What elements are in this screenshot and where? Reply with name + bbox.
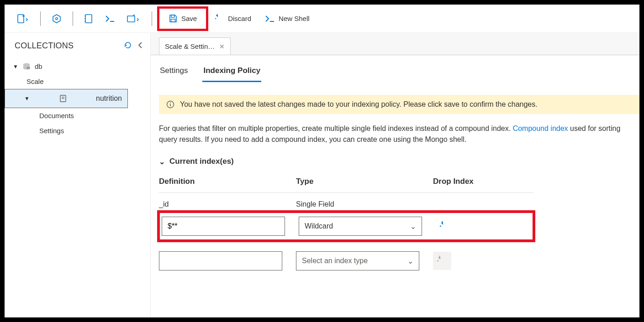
indexing-description: For queries that filter on multiple prop… — [159, 123, 639, 145]
table-header: Definition Type Drop Index — [159, 177, 533, 193]
definition-input[interactable] — [159, 251, 282, 270]
toolbar-separator — [152, 11, 152, 26]
unsaved-changes-banner: You have not saved the latest changes ma… — [159, 95, 639, 114]
tab-pane: Settings Indexing Policy You have not sa… — [151, 55, 639, 317]
shell-prompt-button[interactable] — [101, 12, 119, 26]
collapse-sidebar-button[interactable] — [135, 40, 146, 52]
undo-icon — [437, 256, 447, 266]
subtab-indexing-policy[interactable]: Indexing Policy — [202, 63, 261, 82]
toolbar-separator — [40, 11, 41, 26]
svg-rect-5 — [85, 15, 92, 23]
sql-query-button[interactable] — [48, 11, 65, 26]
document-tabstrip: Scale & Settin… ✕ — [151, 33, 639, 55]
documents-label: Documents — [39, 112, 74, 119]
chevron-down-icon: ⌄ — [407, 257, 413, 265]
scale-label: Scale — [26, 78, 44, 85]
document-tab[interactable]: Scale & Settin… ✕ — [159, 37, 231, 55]
subtab-strip: Settings Indexing Policy — [159, 63, 639, 82]
collection-label: nutrition — [96, 94, 122, 103]
col-header-drop: Drop Index — [433, 177, 533, 186]
table-row-highlighted: Wildcard ⌄ — [159, 212, 533, 240]
definition-input[interactable] — [162, 217, 285, 236]
save-button[interactable]: Save — [159, 9, 206, 29]
subtab-settings[interactable]: Settings — [159, 63, 189, 82]
desc-text-before: For queries that filter on multiple prop… — [159, 125, 513, 132]
db-label: db — [35, 62, 42, 70]
svg-rect-10 — [127, 16, 135, 22]
undo-icon — [440, 221, 450, 231]
refresh-button[interactable] — [121, 39, 135, 52]
index-table: Definition Type Drop Index _id Single Fi… — [159, 177, 533, 270]
document-tab-label: Scale & Settin… — [165, 42, 215, 50]
close-tab-button[interactable]: ✕ — [219, 43, 225, 50]
new-item-dropdown[interactable] — [14, 11, 33, 26]
type-select[interactable]: Select an index type ⌄ — [296, 251, 419, 270]
svg-point-15 — [26, 67, 30, 69]
section-title: Current index(es) — [169, 157, 234, 166]
refresh-icon — [124, 41, 132, 49]
database-icon — [22, 63, 31, 70]
svg-point-20 — [170, 103, 171, 104]
collection-icon — [59, 94, 67, 103]
tree-scale-node[interactable]: Scale — [5, 74, 150, 89]
top-toolbar: Save Discard New Shell — [5, 5, 639, 33]
tree-db-node[interactable]: ▼ db — [5, 59, 150, 74]
discard-label: Discard — [228, 15, 251, 22]
save-label: Save — [181, 15, 197, 22]
chevron-down-icon: ⌄ — [159, 157, 165, 166]
svg-point-4 — [56, 17, 58, 20]
settings-label: Settings — [39, 127, 64, 135]
hexagon-icon — [52, 14, 62, 24]
type-select-placeholder: Select an index type — [302, 257, 368, 265]
compound-index-link[interactable]: Compound index — [513, 125, 568, 132]
info-icon — [166, 100, 174, 109]
chevron-left-icon — [137, 42, 143, 49]
col-header-definition: Definition — [159, 177, 296, 186]
drop-index-button[interactable] — [436, 217, 454, 235]
cell-definition: _id — [159, 200, 169, 208]
cell-type: Single Field — [296, 200, 334, 208]
caret-down-icon: ▼ — [13, 63, 18, 70]
new-document-icon — [17, 14, 29, 24]
tree-collection-node[interactable]: ▼ nutrition — [5, 89, 128, 108]
toolbar-separator — [73, 11, 73, 26]
svg-marker-3 — [53, 15, 60, 23]
new-shell-label: New Shell — [279, 15, 310, 22]
svg-rect-12 — [171, 19, 175, 22]
notebook-icon — [84, 14, 93, 24]
resource-tree: ▼ db Scale ▼ — [5, 59, 150, 138]
new-shell-button[interactable]: New Shell — [260, 12, 314, 26]
col-header-type: Type — [296, 177, 433, 186]
folder-open-icon — [127, 14, 141, 23]
notebook-button[interactable] — [80, 11, 97, 26]
prompt-icon — [265, 15, 275, 23]
sidebar: COLLECTIONS ▼ — [5, 33, 151, 317]
tree-documents-node[interactable]: Documents — [5, 108, 150, 123]
chevron-down-icon: ⌄ — [410, 222, 416, 231]
prompt-icon — [105, 15, 115, 23]
save-icon — [169, 14, 178, 23]
undo-icon — [215, 14, 224, 23]
type-select-value: Wildcard — [305, 222, 333, 230]
sidebar-title: COLLECTIONS — [15, 41, 121, 51]
caret-down-icon: ▼ — [24, 95, 30, 102]
open-query-dropdown[interactable] — [123, 11, 144, 26]
main-area: Scale & Settin… ✕ Settings Indexing Poli… — [151, 33, 639, 317]
discard-button[interactable]: Discard — [211, 11, 256, 26]
current-indexes-header[interactable]: ⌄ Current index(es) — [159, 157, 639, 166]
table-row: _id Single Field — [159, 193, 533, 208]
tree-settings-node[interactable]: Settings — [5, 123, 150, 138]
type-select[interactable]: Wildcard ⌄ — [299, 217, 422, 236]
table-row: Select an index type ⌄ — [159, 244, 533, 270]
drop-index-button-disabled — [433, 252, 451, 270]
banner-text: You have not saved the latest changes ma… — [180, 100, 538, 109]
